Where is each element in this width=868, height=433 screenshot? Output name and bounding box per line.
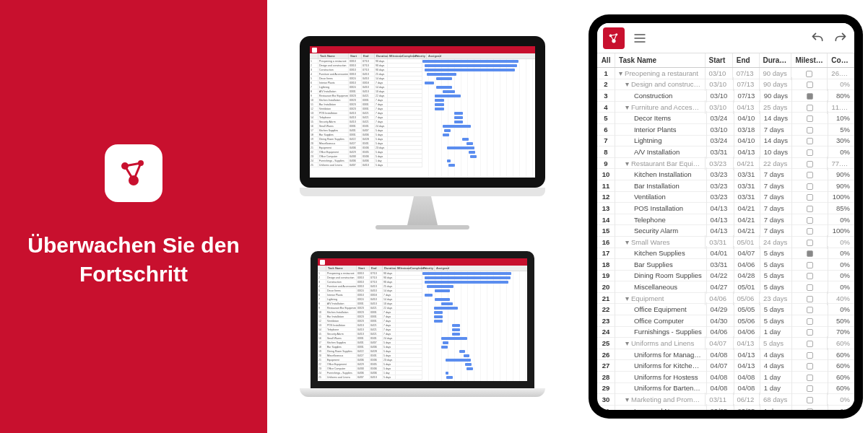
imac-screen: Task NameStartEndDurationMilestoneComple… [300,36,545,188]
desktop-app-preview: Task NameStartEndDurationMilestoneComple… [310,46,535,178]
middle-panel: Task NameStartEndDurationMilestoneComple… [267,0,578,433]
web-app-preview: Task NameStartEndDurationMilestoneComple… [318,258,527,381]
col-header-duration[interactable]: Duration [760,53,792,67]
table-header: All Task Name Start End Duration Milesto… [597,53,854,68]
row-number: 31 [597,404,615,410]
gantt-logo-icon [116,156,151,191]
page-title: Überwachen Sie den Fortschritt [0,231,267,289]
col-header-completion[interactable]: Comp [828,53,854,67]
app-icon [105,144,162,202]
imac-stand [401,196,444,225]
imac-device: Task NameStartEndDurationMilestoneComple… [300,36,545,229]
completion-cell[interactable]: 0% [828,404,854,410]
tablet-device: All Task Name Start End Duration Milesto… [589,14,863,419]
app-logo[interactable] [603,27,625,49]
gantt-logo-icon [607,32,620,45]
redo-button[interactable] [833,30,849,46]
left-panel: Überwachen Sie den Fortschritt [0,0,267,433]
hamburger-icon [633,31,647,45]
laptop-screen: Task NameStartEndDurationMilestoneComple… [311,251,534,388]
col-header-name[interactable]: Task Name [615,53,705,67]
duration-cell[interactable]: 1 day [760,404,792,410]
col-header-milestone[interactable]: Milestone [791,53,828,67]
undo-button[interactable] [810,30,825,46]
end-cell[interactable]: 03/25 [734,404,760,410]
tablet-toolbar [597,23,854,53]
col-header-start[interactable]: Start [706,53,733,67]
laptop-device: Task NameStartEndDurationMilestoneComple… [300,251,545,397]
milestone-cell[interactable] [792,404,828,410]
menu-button[interactable] [632,30,648,46]
task-table[interactable]: All Task Name Start End Duration Milesto… [597,53,854,410]
imac-foot [376,225,469,229]
task-name-cell[interactable]: Logo and Name [615,404,707,410]
imac-chin [300,188,545,196]
table-row[interactable]: 31Logo and Name03/2503/251 day0% [597,406,854,410]
tablet-frame: All Task Name Start End Duration Milesto… [589,14,863,419]
undo-icon [810,31,825,45]
tablet-screen: All Task Name Start End Duration Milesto… [597,23,854,410]
redo-icon [833,31,848,45]
col-header-all[interactable]: All [597,53,615,67]
start-cell[interactable]: 03/25 [707,404,734,410]
laptop-base [300,388,545,397]
col-header-end[interactable]: End [733,53,760,67]
